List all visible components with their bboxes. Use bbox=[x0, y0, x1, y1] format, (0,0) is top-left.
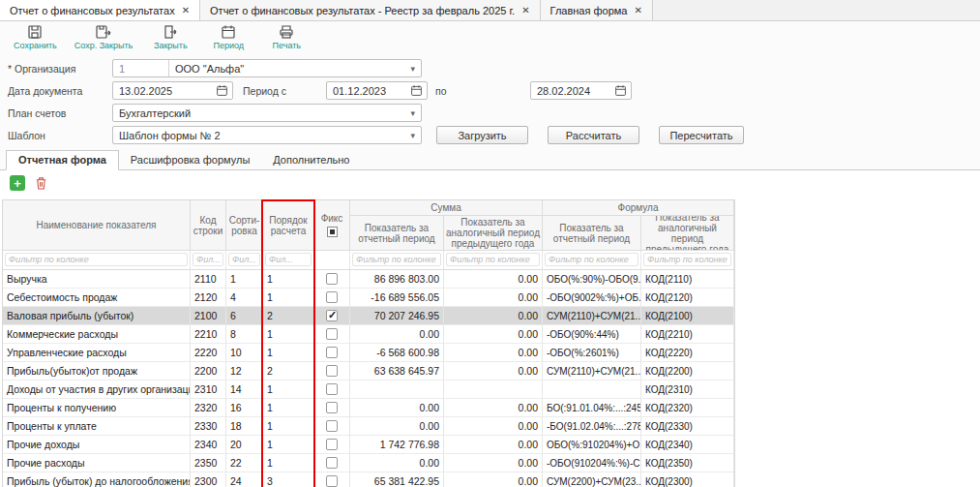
filter-input-code[interactable] bbox=[193, 253, 223, 266]
print-icon bbox=[279, 24, 294, 40]
organization-code-field[interactable]: 1 bbox=[113, 60, 169, 76]
cell-formula-prev: КОД(2340) bbox=[641, 436, 734, 454]
cell-name: Проценты к получению bbox=[3, 399, 191, 417]
column-header-sum-prev[interactable]: Показатель за аналогичный период предыду… bbox=[444, 216, 543, 251]
cell-sum-report: 70 207 246.95 bbox=[350, 307, 444, 325]
template-label: Шаблон bbox=[8, 130, 112, 141]
column-header-sum-report[interactable]: Показатель за отчетный период bbox=[350, 216, 444, 251]
tab-formula-breakdown[interactable]: Расшифровка формулы bbox=[119, 151, 261, 169]
column-header-name[interactable]: Наименование показателя bbox=[3, 200, 191, 251]
cell-sum-prev: 0.00 bbox=[444, 417, 543, 436]
chart-of-accounts-select[interactable]: Бухгалтерский ▾ bbox=[112, 104, 422, 122]
table-row[interactable]: Валовая прибыль (убыток) 2100 6 2 70 207… bbox=[3, 307, 734, 325]
table-row[interactable]: Себестоимость продаж 2120 4 1 -16 689 55… bbox=[3, 289, 734, 307]
column-header-fix[interactable]: Фикс bbox=[314, 200, 350, 251]
window-tab-report[interactable]: Отчет о финансовых результатах ✕ bbox=[0, 0, 200, 20]
cell-name: Прибыль(убыток)от продаж bbox=[3, 362, 191, 380]
table-row[interactable]: Коммерческие расходы 2210 8 1 0.00 0.00 … bbox=[3, 325, 734, 344]
table-row[interactable]: Прибыль (убыток) до налогообложения 2300… bbox=[3, 472, 734, 487]
add-row-button[interactable]: + bbox=[10, 175, 25, 191]
column-header-sort[interactable]: Сорти-ровка bbox=[226, 200, 263, 251]
column-header-formula-prev[interactable]: Показатель за аналогичный период предыду… bbox=[641, 216, 734, 251]
window-tab-registry[interactable]: Отчет о финансовых результатах - Реестр … bbox=[200, 0, 541, 20]
fix-checkbox[interactable] bbox=[326, 365, 338, 377]
fix-checkbox[interactable] bbox=[326, 420, 338, 432]
cell-formula-prev: КОД(2320) bbox=[641, 399, 734, 417]
tab-additional[interactable]: Дополнительно bbox=[261, 151, 361, 169]
tab-close-icon[interactable]: ✕ bbox=[521, 6, 529, 15]
period-to-field[interactable]: 28.02.2024 bbox=[530, 81, 632, 100]
close-form-button[interactable]: Закрыть bbox=[146, 23, 194, 51]
period-from-field[interactable]: 01.12.2023 bbox=[326, 81, 428, 100]
filter-input-sum-prev[interactable] bbox=[446, 253, 540, 266]
cell-fix bbox=[314, 270, 350, 289]
fix-checkbox[interactable] bbox=[326, 347, 338, 358]
window-tab-main-form[interactable]: Главная форма ✕ bbox=[541, 0, 653, 20]
cell-fix bbox=[314, 436, 350, 454]
tab-close-icon[interactable]: ✕ bbox=[182, 6, 190, 15]
delete-row-button[interactable] bbox=[33, 175, 48, 191]
table-header: Наименование показателя Код строки Сорти… bbox=[3, 200, 734, 251]
table-row[interactable]: Прибыль(убыток)от продаж 2200 12 2 63 63… bbox=[3, 362, 734, 380]
table-row[interactable]: Доходы от участия в других организаци...… bbox=[3, 380, 734, 399]
calendar-icon[interactable] bbox=[410, 84, 423, 97]
filter-cell-sort bbox=[226, 251, 263, 269]
cell-fix bbox=[314, 325, 350, 344]
fix-checkbox[interactable] bbox=[326, 475, 338, 487]
cell-fix bbox=[314, 454, 350, 472]
template-value: Шаблон формы № 2 bbox=[113, 130, 404, 141]
column-header-code[interactable]: Код строки bbox=[191, 200, 226, 251]
table-row[interactable]: Управленческие расходы 2220 10 1 -6 568 … bbox=[3, 344, 734, 362]
document-date-field[interactable]: 13.02.2025 bbox=[112, 81, 233, 100]
filter-input-sum-report[interactable] bbox=[352, 253, 441, 266]
load-button[interactable]: Загрузить bbox=[436, 126, 528, 144]
cell-name: Коммерческие расходы bbox=[3, 325, 191, 344]
table-row[interactable]: Прочие расходы 2350 22 1 0.00 0.00 -ОБО(… bbox=[3, 454, 734, 472]
filter-input-formula-prev[interactable] bbox=[643, 253, 731, 266]
fix-select-all-checkbox[interactable] bbox=[327, 227, 338, 237]
filter-input-name[interactable] bbox=[5, 253, 188, 266]
toolbar-button-label: Сохр. Закрыть bbox=[74, 41, 134, 50]
cell-formula-prev: КОД(2350) bbox=[641, 454, 734, 472]
cell-name: Прочие доходы bbox=[3, 436, 191, 454]
table-row[interactable]: Прочие доходы 2340 20 1 1 742 776.98 0.0… bbox=[3, 436, 734, 454]
filter-input-sort[interactable] bbox=[228, 253, 260, 266]
recalculate-button[interactable]: Пересчитать bbox=[659, 126, 744, 144]
chart-of-accounts-value: Бухгалтерский bbox=[113, 107, 404, 119]
tab-close-icon[interactable]: ✕ bbox=[634, 6, 641, 15]
print-button[interactable]: Печать bbox=[262, 23, 311, 51]
fix-checkbox[interactable] bbox=[326, 310, 338, 321]
save-close-icon bbox=[96, 24, 111, 40]
save-button[interactable]: Сохранить bbox=[10, 23, 61, 51]
template-select[interactable]: Шаблон формы № 2 ▾ bbox=[112, 126, 422, 144]
cell-sum-prev: 0.00 bbox=[444, 436, 543, 454]
organization-select[interactable]: 1 ООО "Альфа" ▾ bbox=[112, 59, 422, 77]
table-row[interactable]: Проценты к уплате 2330 18 1 0.00 0.00 -Б… bbox=[3, 417, 734, 436]
cell-sum-prev: 0.00 bbox=[444, 344, 543, 362]
fix-checkbox[interactable] bbox=[326, 439, 338, 450]
cell-sort: 4 bbox=[226, 289, 263, 307]
fix-checkbox[interactable] bbox=[326, 383, 338, 395]
cell-code: 2220 bbox=[191, 344, 226, 362]
table-row[interactable]: Проценты к получению 2320 16 1 0.00 0.00… bbox=[3, 399, 734, 417]
fix-checkbox[interactable] bbox=[326, 328, 338, 340]
cell-calc-order: 3 bbox=[263, 472, 314, 487]
cell-sum-report: 86 896 803.00 bbox=[350, 270, 444, 289]
column-header-formula-report[interactable]: Показатель за отчетный период bbox=[543, 216, 641, 251]
calculate-button[interactable]: Рассчитать bbox=[548, 126, 639, 144]
column-header-calc-order[interactable]: Порядок расчета bbox=[263, 200, 314, 251]
tab-report-form[interactable]: Отчетная форма bbox=[6, 150, 119, 170]
fix-checkbox[interactable] bbox=[326, 273, 338, 285]
cell-fix bbox=[314, 289, 350, 307]
calendar-icon[interactable] bbox=[614, 84, 627, 97]
filter-input-formula-report[interactable] bbox=[545, 253, 638, 266]
fix-checkbox[interactable] bbox=[326, 402, 338, 413]
save-close-button[interactable]: Сохр. Закрыть bbox=[71, 23, 137, 51]
calendar-icon[interactable] bbox=[216, 84, 228, 97]
filter-input-calc-order[interactable] bbox=[265, 253, 312, 266]
period-button[interactable]: Период bbox=[204, 23, 252, 51]
fix-checkbox[interactable] bbox=[326, 291, 338, 303]
cell-code: 2210 bbox=[191, 325, 226, 344]
fix-checkbox[interactable] bbox=[326, 457, 338, 469]
table-row[interactable]: Выручка 2110 1 1 86 896 803.00 0.00 ОБО(… bbox=[3, 270, 734, 289]
